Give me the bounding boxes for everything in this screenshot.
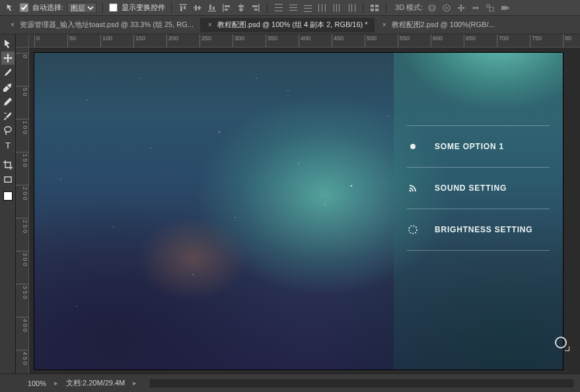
auto-select-label: 自动选择: [32,3,63,13]
option-row[interactable]: SOUND SETTING [407,167,550,209]
align-left-icon[interactable] [221,3,232,13]
document-tabs: × 资源管理器_输入地址toast.psd @ 33.3% (组 25, RG.… [0,16,580,34]
svg-rect-34 [351,4,352,12]
3d-pan-icon[interactable] [456,3,466,13]
rectangle-tool-icon[interactable] [1,173,15,186]
auto-select-dropdown[interactable]: 图层 [67,3,96,13]
toolbar-divider [386,3,386,13]
svg-rect-10 [225,5,230,7]
toolbar-divider [363,3,363,13]
svg-rect-39 [375,9,379,11]
align-hcenter-icon[interactable] [236,3,246,13]
canvas-wrap: 0501001502002503003504004505005506006507… [16,34,580,374]
3d-roll-icon[interactable] [441,3,452,13]
svg-rect-31 [336,4,337,12]
align-bottom-icon[interactable] [207,3,217,13]
svg-rect-35 [355,4,355,12]
svg-rect-49 [5,177,11,182]
svg-rect-0 [179,4,187,5]
svg-rect-44 [487,5,489,7]
svg-rect-37 [375,5,379,7]
svg-rect-13 [238,5,244,7]
svg-rect-9 [223,4,224,12]
svg-rect-23 [289,10,297,11]
svg-rect-3 [194,7,201,9]
toolbar-divider [171,3,172,13]
show-transform-checkbox[interactable] [109,3,118,12]
option-row[interactable]: SOME OPTION 1 [407,125,550,167]
svg-rect-7 [209,5,211,10]
distribute-bottom-icon[interactable] [303,3,313,13]
svg-point-43 [446,7,448,9]
workspace: T 05010015020025030035040045050055060065… [0,34,580,374]
close-icon[interactable]: × [381,22,388,28]
foreground-color-swatch[interactable] [3,191,13,201]
ruler-origin[interactable] [16,34,29,48]
dot-icon [407,141,419,152]
svg-rect-21 [289,5,297,5]
brush-tool-icon[interactable] [1,66,15,79]
auto-align-icon[interactable] [369,3,380,13]
distribute-left-icon[interactable] [317,3,328,13]
horizontal-scrollbar[interactable] [150,379,573,387]
svg-rect-5 [198,6,200,10]
toolbar-divider [267,3,268,13]
close-icon[interactable]: × [9,22,16,28]
auto-select-checkbox[interactable] [20,3,28,12]
distribute-right-icon[interactable] [346,3,357,13]
svg-rect-8 [213,7,215,10]
svg-rect-17 [254,9,258,11]
3d-camera-icon[interactable] [499,3,510,13]
zoom-level[interactable]: 100% [7,379,46,387]
tab-label: 教程配图2.psd @ 100%(RGB/... [392,20,495,30]
svg-rect-28 [322,4,322,12]
show-transform-label: 显示变换控件 [122,3,165,13]
svg-rect-2 [184,6,186,9]
align-right-icon[interactable] [250,3,261,13]
3d-orbit-icon[interactable] [427,3,437,13]
chevron-right-icon[interactable]: ▸ [133,379,137,387]
align-top-icon[interactable] [178,3,188,13]
pencil-tool-icon[interactable] [1,95,15,108]
svg-rect-33 [349,4,349,12]
vertical-ruler[interactable]: 05 01 0 01 5 02 0 02 5 03 0 03 5 04 0 04… [16,48,29,374]
svg-rect-32 [339,4,340,12]
svg-rect-45 [489,7,493,11]
svg-point-51 [410,190,412,192]
crop-tool-icon[interactable] [1,158,15,172]
svg-rect-38 [371,9,374,11]
chevron-right-icon[interactable]: ▸ [54,379,58,387]
document-tab[interactable]: × 教程配图.psd @ 100% (组 4 副本 2, RGB/16) * [200,18,375,32]
tab-label: 教程配图.psd @ 100% (组 4 副本 2, RGB/16) * [217,20,368,30]
svg-rect-36 [371,5,374,7]
distribute-hcenter-icon[interactable] [332,3,342,13]
svg-rect-15 [258,4,260,12]
svg-rect-24 [304,5,312,6]
option-label: SOME OPTION 1 [435,142,504,151]
close-icon[interactable]: × [207,22,213,28]
move-tool-icon[interactable] [1,51,15,65]
document-tab[interactable]: × 资源管理器_输入地址toast.psd @ 33.3% (组 25, RG.… [3,18,200,32]
distribute-vcenter-icon[interactable] [288,3,299,13]
history-brush-tool-icon[interactable] [1,110,15,123]
text-tool-icon[interactable]: T [1,139,15,152]
lasso-tool-icon[interactable] [1,124,15,137]
3d-scale-icon[interactable] [485,3,495,13]
document-tab[interactable]: × 教程配图2.psd @ 100%(RGB/... [375,18,501,32]
eyedropper-tool-icon[interactable] [1,81,15,94]
svg-rect-16 [252,5,258,7]
svg-rect-29 [325,4,326,12]
arrow-tool-icon[interactable] [1,37,15,50]
svg-rect-26 [304,11,312,12]
option-row[interactable]: BRIGHTNESS SETTING [407,209,550,251]
3d-slide-icon[interactable] [470,3,481,13]
svg-rect-46 [501,6,507,10]
align-vcenter-icon[interactable] [192,3,203,13]
canvas[interactable]: SOME OPTION 1 SOUND SETTING BRIGHTNESS S… [34,53,563,370]
horizontal-ruler[interactable]: 0501001502002503003504004505005506006507… [29,34,580,48]
toolbar-divider [102,3,103,13]
svg-rect-25 [304,8,312,9]
mode-3d-label: 3D 模式: [395,3,423,13]
distribute-top-icon[interactable] [273,3,284,13]
tool-panel: T [0,34,16,374]
